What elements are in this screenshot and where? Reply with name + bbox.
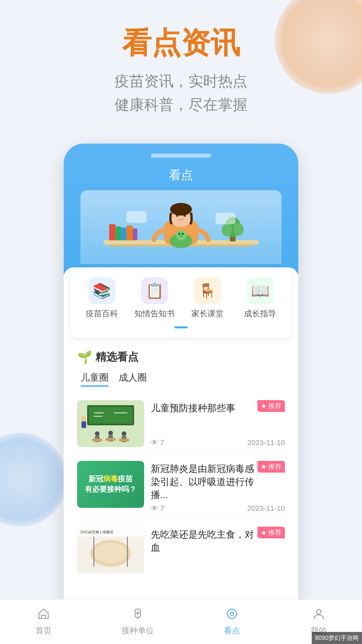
svg-rect-26 [89, 407, 132, 424]
tab-children[interactable]: 儿童圈 [80, 371, 109, 387]
svg-rect-5 [121, 227, 126, 240]
category-label-parent-class: 家长课堂 [191, 308, 224, 319]
illustration-svg [80, 190, 282, 264]
svg-point-11 [176, 214, 178, 217]
svg-point-32 [95, 431, 100, 436]
classroom-svg [77, 400, 144, 447]
phone-app-title: 看点 [74, 167, 288, 183]
svg-point-20 [222, 223, 232, 236]
svg-point-53 [227, 609, 237, 619]
nav-label-vaccination-sites: 接种单位 [122, 625, 154, 636]
active-dot [174, 326, 188, 328]
svg-rect-23 [216, 213, 236, 224]
svg-rect-40 [119, 439, 129, 441]
svg-rect-38 [92, 439, 102, 441]
svg-rect-22 [126, 211, 146, 222]
pagination-dots [77, 322, 285, 331]
svg-point-30 [81, 416, 86, 421]
food-thumb: OnCall艾格 | 传播说 [77, 527, 144, 574]
category-label-growth-guide: 成长指导 [244, 308, 276, 319]
svg-point-16 [178, 233, 180, 234]
news-thumb-2: 新冠病毒疫苗有必要接种吗？ [77, 461, 144, 508]
nav-label-news: 看点 [224, 625, 240, 636]
news-body-3: ★ 推荐 先吃菜还是先吃主食，对血 [151, 527, 285, 574]
phone-mockup: 看点 [64, 144, 298, 628]
selected-section-title: 精选看点 [96, 350, 138, 365]
subtitle: 疫苗资讯，实时热点 健康科普，尽在掌握 [13, 69, 349, 117]
news-item-3[interactable]: OnCall艾格 | 传播说 ★ 推荐 先吃菜还是先吃主食，对血 [77, 520, 285, 580]
growth-guide-icon: 📖 [247, 277, 274, 304]
vaccine-banner: 新冠病毒疫苗有必要接种吗？ [77, 461, 144, 508]
news-views-2: 👁 7 [151, 504, 164, 513]
vaccine-wiki-icon: 📚 [88, 277, 115, 304]
tab-adults[interactable]: 成人圈 [119, 371, 147, 387]
phone-container: 看点 [0, 144, 362, 644]
svg-rect-39 [106, 438, 116, 441]
news-body-1: ★ 推荐 儿童预防接种那些事 👁 7 2023-11-10 [151, 400, 285, 447]
food-svg: OnCall艾格 | 传播说 [77, 527, 144, 574]
eye-icon-2: 👁 [151, 504, 158, 513]
category-grid: 📚 疫苗百科 📋 知情告知书 🪑 家长课堂 📖 成长指导 [70, 267, 292, 338]
phone-content: 📚 疫苗百科 📋 知情告知书 🪑 家长课堂 📖 成长指导 [64, 267, 298, 628]
informed-consent-icon: 📋 [141, 277, 168, 304]
selected-section-icon: 🌱 [77, 350, 92, 364]
nav-item-news[interactable]: 看点 [223, 605, 241, 636]
svg-point-21 [233, 223, 244, 236]
mine-icon [310, 605, 327, 623]
svg-point-59 [316, 609, 321, 614]
svg-point-12 [184, 214, 186, 217]
recommend-badge-1: ★ 推荐 [257, 400, 285, 412]
illustration-area [80, 190, 282, 264]
parent-class-icon: 🪑 [194, 277, 221, 304]
svg-point-34 [108, 431, 113, 435]
nav-label-home: 首页 [36, 625, 52, 636]
svg-rect-3 [109, 224, 116, 240]
svg-point-17 [182, 233, 184, 234]
category-item-informed-consent[interactable]: 📋 知情告知书 [130, 277, 180, 319]
svg-rect-6 [126, 225, 133, 240]
news-thumb-3: OnCall艾格 | 传播说 [77, 527, 144, 574]
news-meta-2: 👁 7 2023-11-10 [151, 504, 285, 513]
news-thumb-1 [77, 400, 144, 447]
home-icon [35, 605, 52, 623]
nav-item-mine[interactable]: 我的 [310, 605, 327, 636]
svg-point-43 [94, 543, 127, 563]
svg-rect-7 [133, 228, 137, 240]
news-date-2: 2023-11-10 [247, 504, 285, 513]
category-item-vaccine-wiki[interactable]: 📚 疫苗百科 [77, 277, 127, 319]
bottom-navigation: 首页 接种单位 看点 [0, 599, 362, 644]
news-icon [223, 605, 241, 623]
phone-header: 看点 [64, 160, 298, 274]
news-views-1: 👁 7 [151, 438, 164, 447]
recommend-badge-2: ★ 推荐 [257, 461, 285, 473]
news-date-1: 2023-11-10 [247, 438, 285, 447]
page-title: 看点资讯 [13, 27, 349, 59]
eye-icon: 👁 [151, 438, 158, 447]
news-body-2: ★ 推荐 新冠肺炎是由新冠病毒感染引起、以呼吸道进行传播... 👁 7 2023… [151, 461, 285, 513]
phone-notch [64, 144, 298, 160]
svg-point-10 [170, 203, 192, 216]
svg-rect-31 [81, 421, 86, 428]
nav-item-home[interactable]: 首页 [35, 605, 52, 636]
category-label-vaccine-wiki: 疫苗百科 [86, 308, 118, 319]
svg-point-58 [230, 612, 234, 615]
notch-bar [151, 154, 211, 158]
watermark: 8090梦幻手游网 [312, 632, 362, 644]
news-meta-1: 👁 7 2023-11-10 [151, 438, 285, 447]
vaccine-banner-text: 新冠病毒疫苗有必要接种吗？ [85, 474, 136, 495]
recommend-badge-3: ★ 推荐 [257, 527, 285, 538]
news-item-1[interactable]: ★ 推荐 儿童预防接种那些事 👁 7 2023-11-10 [77, 393, 285, 454]
svg-rect-4 [116, 226, 121, 240]
category-item-parent-class[interactable]: 🪑 家长课堂 [183, 277, 232, 319]
category-item-growth-guide[interactable]: 📖 成长指导 [236, 277, 285, 319]
svg-text:OnCall艾格 | 传播说: OnCall艾格 | 传播说 [80, 530, 113, 534]
tabs-bar: 儿童圈 成人圈 [77, 371, 285, 387]
vaccination-sites-icon [129, 605, 146, 623]
selected-section: 🌱 精选看点 儿童圈 成人圈 [70, 343, 292, 587]
selected-header: 🌱 精选看点 [77, 350, 285, 365]
svg-point-36 [122, 431, 126, 436]
nav-item-vaccination-sites[interactable]: 接种单位 [122, 605, 154, 636]
news-item-2[interactable]: 新冠病毒疫苗有必要接种吗？ ★ 推荐 新冠肺炎是由新冠病毒感染引起、以呼吸道进行… [77, 454, 285, 520]
category-label-informed-consent: 知情告知书 [134, 308, 175, 319]
header-section: 看点资讯 疫苗资讯，实时热点 健康科普，尽在掌握 [0, 0, 362, 130]
